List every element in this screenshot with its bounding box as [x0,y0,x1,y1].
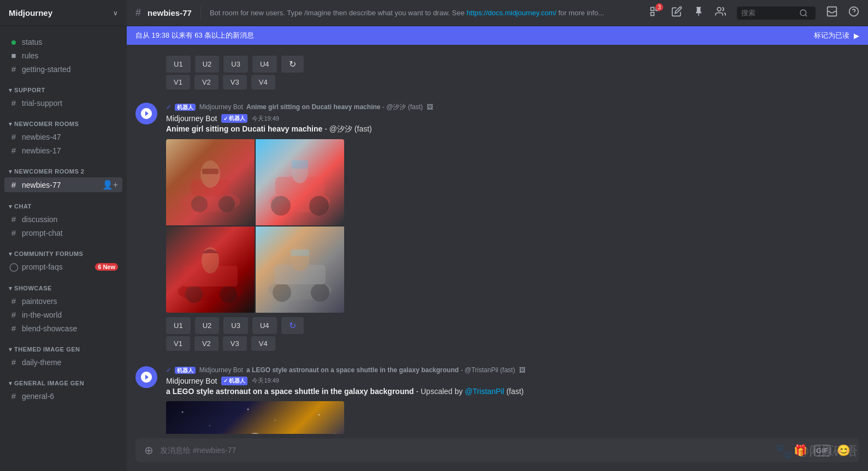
sidebar-item-newbies-47[interactable]: # newbies-47 [4,130,122,144]
docs-link[interactable]: https://docs.midjourney.com/ [467,9,557,17]
search-box[interactable] [737,7,816,20]
anime-buttons-area: U1 U2 U3 U4 ↻ V1 V2 V3 V4 [166,317,859,351]
u3-button[interactable]: U3 [223,56,248,73]
rules-icon: ■ [9,51,19,60]
sidebar-item-general-6[interactable]: # general-6 [4,389,122,403]
sidebar-item-paintovers[interactable]: # paintovers [4,294,122,308]
message-group-lego: ✓ 机器人 Midjourney Bot a LEGO style astron… [135,364,859,434]
bot-name-inline: Midjourney Bot [199,103,243,111]
inline-notification-lego: ✓ 机器人 Midjourney Bot a LEGO style astron… [166,366,859,374]
sidebar-item-label: blend-showcase [22,324,118,333]
svg-point-35 [335,433,336,434]
section-label-community-forums[interactable]: ▾ COMMUNITY FORUMS [4,251,122,258]
search-input[interactable] [741,9,796,17]
sidebar-item-prompt-chat[interactable]: # prompt-chat [4,226,122,240]
server-chevron-icon: ∨ [113,9,118,17]
notification-text: 自从 19:38 以来有 63 条以上的新消息 [135,31,254,40]
message-time-lego: 今天19:49 [252,377,279,385]
v4-button[interactable]: V4 [251,75,275,90]
anime-refresh-button[interactable]: ↻ [281,317,304,334]
anime-u3-button[interactable]: U3 [223,317,248,334]
message-content-lego: ✓ 机器人 Midjourney Bot a LEGO style astron… [166,366,859,434]
variation-buttons-row-1: V1 V2 V3 V4 [166,75,859,90]
section-arrow-icon: ▾ [9,121,13,127]
threads-icon[interactable]: 3 [649,6,660,20]
sidebar-item-newbies-77[interactable]: # newbies-77 👤+ [4,177,122,192]
notification-actions: 标记为已读 ▶ [814,31,859,40]
sidebar-item-newbies-17[interactable]: # newbies-17 [4,144,122,157]
anime-u2-button[interactable]: U2 [195,317,220,334]
header-divider [200,7,201,20]
sidebar-item-prompt-faqs[interactable]: ◯ prompt-faqs 6 New [4,260,122,274]
anime-image-grid[interactable] [166,139,344,313]
members-icon[interactable] [715,6,726,20]
lego-image-icon[interactable]: 🖼 [519,366,525,374]
notification-arrow-icon[interactable]: ▶ [854,32,859,40]
anime-v4-button[interactable]: V4 [251,336,275,351]
u1-button[interactable]: U1 [166,56,191,73]
sidebar-item-getting-started[interactable]: # getting-started [4,62,122,76]
section-label-support[interactable]: ▾ SUPPORT [4,87,122,94]
v3-button[interactable]: V3 [223,75,247,90]
help-icon[interactable] [848,6,859,20]
server-header[interactable]: Midjourney ∨ [0,0,127,26]
svg-rect-0 [651,8,654,11]
anime-v2-button[interactable]: V2 [194,336,219,351]
message-header-lego: Midjourney Bot ✓ 机器人 今天19:49 [166,377,859,385]
section-label-newcomer-rooms[interactable]: ▾ NEWCOMER ROOMS [4,121,122,128]
mark-read-button[interactable]: 标记为已读 [814,31,849,40]
verify-check-lego: ✓ [223,378,228,384]
svg-point-9 [219,196,235,212]
sidebar-item-label: rules [22,51,118,60]
anime-u1-button[interactable]: U1 [166,317,191,334]
section-label-chat[interactable]: ▾ CHAT [4,203,122,210]
pin-icon[interactable] [693,6,704,20]
image-icon[interactable]: 🖼 [427,103,433,111]
notification-bar: 自从 19:38 以来有 63 条以上的新消息 标记为已读 ▶ [127,26,868,45]
svg-point-25 [273,283,291,302]
gif-icon[interactable]: GIF [814,445,830,456]
add-icon[interactable]: ⊕ [144,444,153,457]
sidebar-item-status[interactable]: status [4,35,122,49]
sidebar-item-discussion[interactable]: # discussion [4,212,122,226]
hashtag-icon: # [9,180,19,189]
v2-button[interactable]: V2 [194,75,219,90]
forum-icon: ◯ [9,262,19,272]
section-label-general-image-gen[interactable]: ▾ GENERAL IMAGE GEN [4,380,122,387]
sidebar-item-trial-support[interactable]: # trial-support [4,96,122,110]
section-label-themed-image-gen[interactable]: ▾ THEMED IMAGE GEN [4,346,122,353]
sidebar-item-daily-theme[interactable]: # daily-theme [4,355,122,369]
top-buttons-area: U1 U2 U3 U4 ↻ V1 V2 V3 V4 [135,53,859,92]
sidebar-item-label: trial-support [22,99,118,108]
lego-suffix: - Upscaled by [416,387,464,396]
prompt-inline: Anime girl sitting on Ducati heavy machi… [246,103,380,111]
anime-v1-button[interactable]: V1 [166,336,190,351]
sidebar-item-label: discussion [22,215,118,224]
v1-button[interactable]: V1 [166,75,190,90]
header-icons: 3 [649,6,859,20]
message-text-anime: Anime girl sitting on Ducati heavy machi… [166,124,859,135]
lego-mention[interactable]: @TristanPil [465,387,504,396]
add-member-icon[interactable]: 👤+ [102,180,118,190]
new-badge: 6 New [95,263,118,271]
pencil-icon[interactable] [671,6,682,20]
lego-image[interactable] [166,401,344,434]
section-label-newcomer-rooms-2[interactable]: ▾ NEWCOMER ROOMS 2 [4,168,122,175]
section-label-showcase[interactable]: ▾ SHOWCASE [4,285,122,292]
u4-button[interactable]: U4 [252,56,277,73]
u2-button[interactable]: U2 [195,56,220,73]
sidebar-item-in-the-world[interactable]: # in-the-world [4,308,122,321]
emoji-icon[interactable]: 😊 [837,444,851,457]
sidebar-item-label: getting-started [22,65,118,74]
bot-badge: ✓ 机器人 [221,114,247,123]
inbox-icon[interactable] [826,6,837,20]
anime-v3-button[interactable]: V3 [223,336,247,351]
anime-u4-button[interactable]: U4 [252,317,277,334]
section-arrow-icon: ▾ [9,380,13,386]
gift-icon[interactable]: 🎁 [794,444,807,457]
message-input[interactable] [160,446,787,455]
inline-notification: ✓ 机器人 Midjourney Bot Anime girl sitting … [166,103,859,112]
refresh-button-top[interactable]: ↻ [281,56,304,73]
sidebar-item-rules[interactable]: ■ rules [4,49,122,62]
sidebar-item-blend-showcase[interactable]: # blend-showcase [4,321,122,335]
